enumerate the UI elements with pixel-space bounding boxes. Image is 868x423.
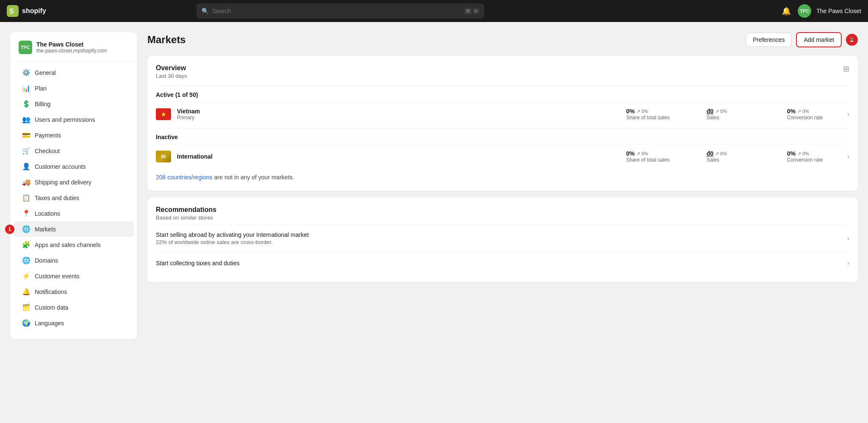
sidebar-item-label: Notifications bbox=[35, 288, 67, 295]
sidebar-item-label: Plan bbox=[35, 85, 47, 92]
international-share-stat: 0% ↗ 0% Share of total sales bbox=[626, 150, 681, 163]
sidebar-item-billing[interactable]: 💲 Billing bbox=[14, 96, 134, 112]
vietnam-market-tag: Primary bbox=[177, 115, 200, 121]
search-input[interactable] bbox=[212, 8, 461, 14]
sidebar-item-markets[interactable]: 🌐 Markets 1 bbox=[14, 221, 134, 237]
recommendations-subtitle: Based on similar stores bbox=[156, 214, 849, 221]
sidebar-item-label: Apps and sales channels bbox=[35, 242, 101, 248]
page-title: Markets bbox=[147, 34, 186, 46]
checkout-icon: 🛒 bbox=[22, 147, 30, 155]
general-icon: ⚙️ bbox=[22, 69, 30, 77]
payments-icon: 💳 bbox=[22, 131, 30, 139]
rec-item-2-text: Start collecting taxes and duties bbox=[156, 260, 240, 266]
sidebar-item-label: Checkout bbox=[35, 148, 60, 154]
vietnam-conv-stat: 0% ↗ 0% Conversion rate bbox=[787, 108, 842, 121]
countries-regions-link[interactable]: 208 countries/regions bbox=[156, 174, 213, 181]
locations-icon: 📍 bbox=[22, 209, 30, 217]
notifications-icon: 🔔 bbox=[22, 288, 30, 296]
sidebar-item-customer-events[interactable]: ⚡ Customer events bbox=[14, 268, 134, 284]
shipping-icon: 🚚 bbox=[22, 178, 30, 186]
international-sales-label: Sales bbox=[707, 157, 762, 163]
settings-sidebar: TPC The Paws Closet the-paws-closet.mysh… bbox=[10, 32, 137, 339]
recommendation-item-1[interactable]: Start selling abroad by activating your … bbox=[156, 224, 849, 252]
overview-card-title-group: Overview Last 30 days bbox=[156, 64, 187, 79]
notifications-button[interactable]: 🔔 bbox=[780, 5, 793, 17]
international-sales-stat: đ0 ↗ 0% Sales bbox=[707, 150, 762, 163]
rec-item-1-title: Start selling abroad by activating your … bbox=[156, 231, 309, 238]
sidebar-item-checkout[interactable]: 🛒 Checkout bbox=[14, 143, 134, 159]
sidebar-item-payments[interactable]: 💳 Payments bbox=[14, 127, 134, 143]
international-share-value: 0% bbox=[626, 150, 635, 157]
sidebar-store-url: the-paws-closet.myshopify.com bbox=[36, 48, 107, 54]
international-market-name: International bbox=[177, 153, 213, 160]
international-conv-change: ↗ 0% bbox=[797, 151, 809, 157]
sidebar-item-general[interactable]: ⚙️ General bbox=[14, 65, 134, 80]
rec-item-2-title: Start collecting taxes and duties bbox=[156, 260, 240, 266]
search-icon: 🔍 bbox=[202, 8, 209, 14]
sidebar-store-avatar: TPC bbox=[19, 41, 32, 54]
recommendations-card: Recommendations Based on similar stores … bbox=[147, 198, 858, 282]
rec-item-1-subtitle: 22% of worldwide online sales are cross-… bbox=[156, 239, 309, 245]
customer-accounts-icon: 👤 bbox=[22, 162, 30, 170]
taxes-icon: 📋 bbox=[22, 194, 30, 202]
step-1-badge: 1 bbox=[5, 225, 14, 234]
sidebar-item-customer-accounts[interactable]: 👤 Customer accounts bbox=[14, 159, 134, 174]
recommendations-title: Recommendations bbox=[156, 206, 849, 214]
preferences-button[interactable]: Preferences bbox=[746, 33, 792, 47]
sidebar-item-label: Markets bbox=[35, 226, 56, 233]
main-area: TPC The Paws Closet the-paws-closet.mysh… bbox=[0, 22, 868, 423]
rec-item-2-chevron-icon: › bbox=[847, 259, 849, 267]
overview-subtitle: Last 30 days bbox=[156, 73, 187, 79]
sidebar-item-label: Payments bbox=[35, 132, 61, 139]
vietnam-share-value: 0% bbox=[626, 108, 635, 115]
vietnam-share-label: Share of total sales bbox=[626, 115, 681, 121]
search-bar[interactable]: 🔍 ⌘ K bbox=[196, 3, 484, 19]
sidebar-item-taxes[interactable]: 📋 Taxes and duties bbox=[14, 190, 134, 206]
sidebar-item-label: General bbox=[35, 69, 56, 76]
avatar-initials: TPC bbox=[800, 8, 809, 14]
sidebar-store-name: The Paws Closet bbox=[36, 41, 107, 48]
close-button[interactable]: ✕ bbox=[847, 32, 858, 46]
sidebar-item-apps[interactable]: 🧩 Apps and sales channels bbox=[14, 237, 134, 253]
markets-header: Markets Preferences Add market 2 bbox=[147, 32, 858, 47]
international-sales-value: đ0 bbox=[707, 150, 713, 157]
svg-text:S: S bbox=[9, 8, 14, 15]
vietnam-conv-value: 0% bbox=[787, 108, 796, 115]
main-content: ✕ Markets Preferences Add market 2 Overv… bbox=[147, 32, 858, 413]
sidebar-item-label: Users and permissions bbox=[35, 116, 95, 123]
international-share-label: Share of total sales bbox=[626, 157, 681, 163]
sidebar-item-locations[interactable]: 📍 Locations bbox=[14, 206, 134, 221]
sidebar-item-shipping[interactable]: 🚚 Shipping and delivery bbox=[14, 174, 134, 190]
rec-item-1-text: Start selling abroad by activating your … bbox=[156, 231, 309, 245]
sidebar-item-domains[interactable]: 🌐 Domains bbox=[14, 253, 134, 268]
sidebar-item-label: Customer accounts bbox=[35, 163, 86, 170]
sidebar-item-languages[interactable]: 🌍 Languages bbox=[14, 315, 134, 331]
report-icon[interactable]: ⊞ bbox=[843, 64, 849, 74]
apps-icon: 🧩 bbox=[22, 241, 30, 249]
international-conv-value: 0% bbox=[787, 150, 796, 157]
sidebar-item-notifications[interactable]: 🔔 Notifications bbox=[14, 284, 134, 299]
market-row-vietnam[interactable]: Vietnam Primary 0% ↗ 0% Share of total s… bbox=[156, 102, 849, 126]
vietnam-flag-icon bbox=[156, 108, 171, 120]
store-info: The Paws Closet the-paws-closet.myshopif… bbox=[36, 41, 107, 54]
market-row-international[interactable]: IN International 0% ↗ 0% Share of total … bbox=[156, 144, 849, 169]
international-market-info: International bbox=[177, 153, 213, 160]
vietnam-sales-stat: đ0 ↗ 0% Sales bbox=[707, 108, 762, 121]
search-shortcut: ⌘ K bbox=[464, 8, 479, 14]
add-market-button[interactable]: Add market bbox=[796, 32, 842, 47]
top-navigation: S shopify 🔍 ⌘ K 🔔 TPC The Paws Closet bbox=[0, 0, 868, 22]
inactive-section-label: Inactive bbox=[156, 128, 849, 144]
store-avatar-button[interactable]: TPC bbox=[798, 4, 811, 18]
sidebar-item-label: Shipping and delivery bbox=[35, 179, 91, 186]
vietnam-conv-label: Conversion rate bbox=[787, 115, 842, 121]
vietnam-market-name: Vietnam bbox=[177, 108, 200, 115]
countries-note: 208 countries/regions are not in any of … bbox=[156, 169, 849, 182]
recommendation-item-2[interactable]: Start collecting taxes and duties › bbox=[156, 252, 849, 274]
sidebar-item-plan[interactable]: 📊 Plan bbox=[14, 80, 134, 96]
topnav-store-name: The Paws Closet bbox=[816, 8, 861, 14]
overview-card-header: Overview Last 30 days ⊞ bbox=[156, 64, 849, 79]
cmd-key: ⌘ bbox=[464, 8, 472, 14]
sidebar-item-custom-data[interactable]: 🗂️ Custom data bbox=[14, 299, 134, 315]
vietnam-sales-value: đ0 bbox=[707, 108, 713, 115]
sidebar-item-users[interactable]: 👥 Users and permissions bbox=[14, 112, 134, 127]
